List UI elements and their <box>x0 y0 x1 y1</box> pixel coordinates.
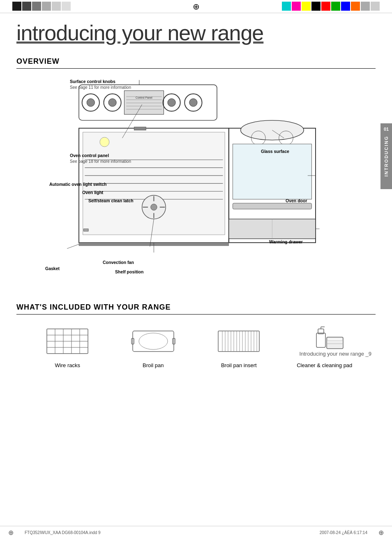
overview-heading: OVERVIEW <box>16 57 376 69</box>
page-title: introducing your new range <box>16 21 376 45</box>
included-items-list: Wire racks Broil pan <box>16 325 376 369</box>
svg-point-61 <box>139 333 168 349</box>
label-shelf-position: Shelf position <box>115 269 143 275</box>
svg-rect-38 <box>233 203 311 209</box>
svg-point-15 <box>189 99 197 106</box>
top-registration-bar: ⊕ <box>0 0 392 13</box>
wire-racks-svg <box>45 327 90 356</box>
svg-point-32 <box>151 204 157 210</box>
cleaner-label: Cleaner & cleaning pad <box>297 362 352 369</box>
bottom-crosshair-left: ⊕ <box>8 529 14 537</box>
label-glass-surface: Glass surface <box>261 149 289 155</box>
broil-pan-label: Broil pan <box>143 362 164 369</box>
page-content: introducing your new range OVERVIEW Cont… <box>0 13 392 377</box>
wire-racks-image <box>43 325 92 358</box>
left-color-blocks <box>12 2 71 11</box>
page-number: Introducing your new range _9 <box>299 351 371 357</box>
oven-diagram-svg: Control Panel <box>37 77 357 274</box>
broil-pan-svg <box>131 327 176 356</box>
svg-point-30 <box>100 137 109 147</box>
label-auto-oven-light: Automatic oven light switch <box>49 182 106 187</box>
whats-included-section: WHAT'S INCLUDED WITH YOUR RANGE <box>16 303 376 369</box>
label-oven-door: Oven door <box>286 198 307 204</box>
item-cleaner: Cleaner & cleaning pad <box>292 325 357 369</box>
svg-rect-5 <box>124 91 164 115</box>
svg-rect-78 <box>316 333 325 347</box>
crosshair-top-center: ⊕ <box>193 2 200 12</box>
label-oven-control-panel: Oven control panel See page 18 for more … <box>70 153 131 164</box>
wire-racks-label: Wire racks <box>55 362 80 369</box>
whats-included-heading: WHAT'S INCLUDED WITH YOUR RANGE <box>16 303 376 315</box>
label-oven-light: Oven light <box>82 190 103 196</box>
footer-left-text: FTQ352IWUX_XAA DG68-00104A.indd 9 <box>25 530 101 535</box>
bottom-crosshair-right: ⊕ <box>378 529 384 537</box>
item-broil-pan-insert: Broil pan insert <box>206 325 272 369</box>
label-gasket: Gasket <box>45 266 60 272</box>
label-surface-control-knobs: Surface control knobs See page 11 for mo… <box>70 79 131 90</box>
svg-rect-42 <box>134 127 146 130</box>
right-color-blocks <box>282 2 380 11</box>
overview-diagram: Control Panel <box>16 77 376 291</box>
svg-rect-85 <box>327 338 342 340</box>
label-warming-drawer: Warming drawer <box>269 239 303 245</box>
broil-pan-insert-svg <box>216 327 261 356</box>
label-convection-fan: Convection fan <box>103 260 134 266</box>
label-self-steam-latch: Self/steam clean latch <box>88 198 134 204</box>
svg-rect-43 <box>84 229 89 231</box>
svg-rect-64 <box>218 331 259 352</box>
item-wire-racks: Wire racks <box>35 325 100 369</box>
footer-right-text: 2007-08-24 ¿ÀÈÀ 6:17:14 <box>320 530 367 535</box>
svg-point-4 <box>108 99 116 106</box>
broil-pan-insert-label: Broil pan insert <box>221 362 257 369</box>
svg-point-13 <box>168 99 175 106</box>
broil-pan-insert-image <box>214 325 263 358</box>
item-broil-pan: Broil pan <box>120 325 186 369</box>
svg-point-2 <box>87 99 95 106</box>
broil-pan-image <box>129 325 178 358</box>
svg-line-50 <box>67 244 79 249</box>
bottom-bar: ⊕ FTQ352IWUX_XAA DG68-00104A.indd 9 2007… <box>0 526 392 539</box>
